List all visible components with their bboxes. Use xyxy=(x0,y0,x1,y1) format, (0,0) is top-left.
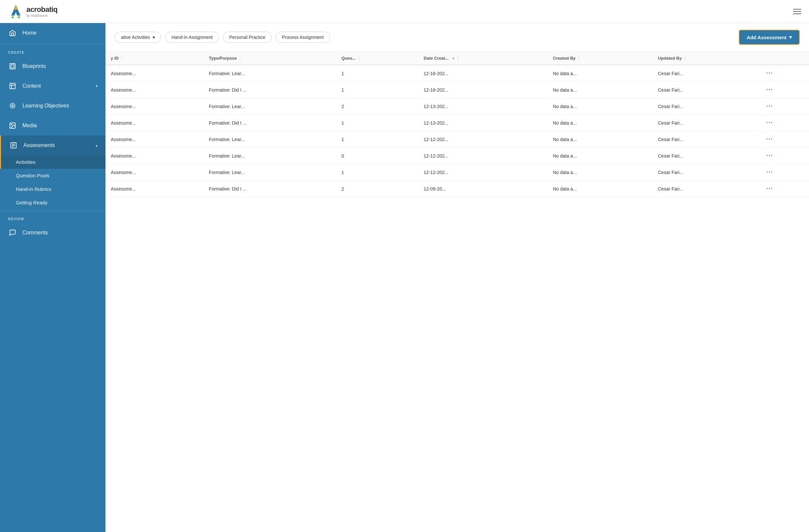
row-more-button[interactable]: ··· xyxy=(766,103,773,110)
sidebar-item-home[interactable]: Home xyxy=(0,23,105,43)
row-more-button[interactable]: ··· xyxy=(766,136,773,143)
cell-actions: ··· xyxy=(761,98,809,115)
sidebar-hand-in-rubrics-label: Hand-in Rubrics xyxy=(16,186,51,192)
row-more-button[interactable]: ··· xyxy=(766,152,773,159)
cell-created-by: No data a... xyxy=(548,181,653,197)
table-row: Assessme... Formative: Did I ... 2 12-09… xyxy=(105,181,809,197)
svg-point-7 xyxy=(10,103,15,108)
filter-tab-hand-in-assignment[interactable]: Hand-in Assignment xyxy=(165,32,219,43)
col-header-questions[interactable]: Ques... | xyxy=(336,52,418,65)
hamburger-menu[interactable] xyxy=(793,9,801,14)
cell-type-purpose: Formative: Lear... xyxy=(204,65,336,82)
logo-text: acrobatiq by VitalSource xyxy=(27,5,58,17)
svg-point-9 xyxy=(11,124,12,125)
filter-tab-personal-practice[interactable]: Personal Practice xyxy=(223,32,272,43)
home-icon xyxy=(8,28,17,38)
sidebar-section-review: REVIEW xyxy=(0,212,105,223)
col-header-created-by[interactable]: Created By | xyxy=(548,52,653,65)
sidebar-sub-item-question-pools[interactable]: Question Pools xyxy=(0,169,105,182)
learning-objectives-icon xyxy=(8,101,17,110)
cell-created-by: No data a... xyxy=(548,115,653,131)
media-icon xyxy=(8,121,17,130)
sidebar-blueprints-label: Blueprints xyxy=(22,63,46,69)
sidebar-sub-item-hand-in-rubrics[interactable]: Hand-in Rubrics xyxy=(0,182,105,196)
cell-updated-by: Cesar Fari... xyxy=(653,82,761,98)
sort-desc-icon: ▼ xyxy=(452,57,455,60)
cell-date-created: 12-16-202... xyxy=(418,65,548,82)
cell-actions: ··· xyxy=(761,164,809,181)
add-assessment-dropdown-icon: ▾ xyxy=(789,34,792,40)
cell-created-by: No data a... xyxy=(548,164,653,181)
cell-actions: ··· xyxy=(761,181,809,197)
sidebar-item-learning-objectives[interactable]: Learning Objectives xyxy=(0,96,105,116)
svg-point-6 xyxy=(12,105,14,107)
cell-type-purpose: Formative: Did I ... xyxy=(204,181,336,197)
cell-activity-id: Assessme... xyxy=(105,148,204,164)
sidebar-item-media[interactable]: Media xyxy=(0,116,105,136)
cell-updated-by: Cesar Fari... xyxy=(653,115,761,131)
filter-tab-process-assignment[interactable]: Process Assignment xyxy=(276,32,330,43)
sidebar-item-content[interactable]: Content ▾ xyxy=(0,76,105,96)
cell-activity-id: Assessme... xyxy=(105,181,204,197)
sidebar-item-comments[interactable]: Comments xyxy=(0,223,105,243)
cell-activity-id: Assessme... xyxy=(105,82,204,98)
cell-updated-by: Cesar Fari... xyxy=(653,181,761,197)
cell-updated-by: Cesar Fari... xyxy=(653,148,761,164)
cell-questions: 1 xyxy=(336,164,418,181)
logo-subtitle: by VitalSource xyxy=(27,14,58,17)
svg-rect-2 xyxy=(11,65,14,68)
cell-type-purpose: Formative: Lear... xyxy=(204,148,336,164)
col-header-type-purpose[interactable]: Type/Purpose | xyxy=(204,52,336,65)
svg-rect-3 xyxy=(10,83,16,89)
table-row: Assessme... Formative: Lear... 1 12-16-2… xyxy=(105,65,809,82)
sidebar-sub-item-getting-ready[interactable]: Getting Ready xyxy=(0,196,105,209)
cell-activity-id: Assessme... xyxy=(105,98,204,115)
row-more-button[interactable]: ··· xyxy=(766,169,773,176)
filter-tabs: ative Activities ▾ Hand-in Assignment Pe… xyxy=(115,32,330,43)
sidebar-question-pools-label: Question Pools xyxy=(16,173,49,178)
row-more-button[interactable]: ··· xyxy=(766,70,773,77)
cell-activity-id: Assessme... xyxy=(105,164,204,181)
cell-actions: ··· xyxy=(761,115,809,131)
cell-date-created: 12-12-202... xyxy=(418,164,548,181)
cell-updated-by: Cesar Fari... xyxy=(653,65,761,82)
sidebar-item-blueprints[interactable]: Blueprints xyxy=(0,56,105,76)
cell-updated-by: Cesar Fari... xyxy=(653,164,761,181)
logo-area: acrobatiq by VitalSource xyxy=(8,4,58,19)
row-more-button[interactable]: ··· xyxy=(766,119,773,126)
cell-actions: ··· xyxy=(761,82,809,98)
process-assignment-label: Process Assignment xyxy=(282,35,324,40)
app-header: acrobatiq by VitalSource xyxy=(0,0,809,23)
cell-created-by: No data a... xyxy=(548,98,653,115)
svg-rect-1 xyxy=(10,64,16,69)
table-row: Assessme... Formative: Did I ... 1 12-13… xyxy=(105,115,809,131)
sidebar-home-label: Home xyxy=(22,30,37,36)
cell-created-by: No data a... xyxy=(548,82,653,98)
add-assessment-button[interactable]: Add Assessment ▾ xyxy=(739,30,800,45)
row-more-button[interactable]: ··· xyxy=(766,86,773,93)
sidebar-learning-objectives-label: Learning Objectives xyxy=(22,103,69,109)
filter-tab-formative-activities[interactable]: ative Activities ▾ xyxy=(115,32,161,43)
cell-questions: 1 xyxy=(336,115,418,131)
cell-actions: ··· xyxy=(761,148,809,164)
cell-date-created: 12-13-202... xyxy=(418,98,548,115)
cell-date-created: 12-13-202... xyxy=(418,115,548,131)
acrobatiq-logo-icon xyxy=(8,4,24,19)
col-header-activity-id[interactable]: y ID | xyxy=(105,52,204,65)
cell-date-created: 12-16-202... xyxy=(418,82,548,98)
col-header-date-created[interactable]: Date Creat... ▼ | xyxy=(418,52,548,65)
personal-practice-label: Personal Practice xyxy=(229,35,265,40)
cell-questions: 1 xyxy=(336,65,418,82)
col-header-updated-by[interactable]: Updated By | xyxy=(653,52,761,65)
row-more-button[interactable]: ··· xyxy=(766,185,773,192)
cell-questions: 1 xyxy=(336,131,418,148)
add-assessment-label: Add Assessment xyxy=(747,35,787,40)
sidebar-comments-label: Comments xyxy=(22,230,48,236)
cell-actions: ··· xyxy=(761,65,809,82)
sidebar-sub-item-activities[interactable]: Activities xyxy=(0,155,105,169)
cell-type-purpose: Formative: Lear... xyxy=(204,131,336,148)
cell-activity-id: Assessme... xyxy=(105,115,204,131)
sidebar-item-assessments[interactable]: Assessments ▴ xyxy=(0,136,105,155)
sidebar-divider-create xyxy=(0,44,105,45)
cell-type-purpose: Formative: Did I ... xyxy=(204,82,336,98)
